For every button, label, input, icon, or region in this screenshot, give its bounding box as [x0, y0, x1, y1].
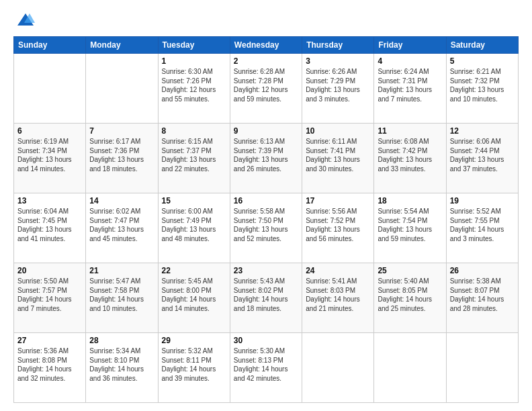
- day-number: 29: [162, 336, 226, 345]
- calendar-cell: 29Sunrise: 5:32 AM Sunset: 8:11 PM Dayli…: [158, 333, 230, 403]
- day-info: Sunrise: 6:26 AM Sunset: 7:29 PM Dayligh…: [306, 67, 370, 103]
- day-number: 13: [17, 196, 82, 205]
- day-info: Sunrise: 5:40 AM Sunset: 8:05 PM Dayligh…: [378, 277, 442, 313]
- day-info: Sunrise: 5:58 AM Sunset: 7:50 PM Dayligh…: [234, 207, 298, 243]
- day-info: Sunrise: 5:41 AM Sunset: 8:03 PM Dayligh…: [306, 277, 370, 313]
- calendar-cell: 15Sunrise: 6:00 AM Sunset: 7:49 PM Dayli…: [158, 193, 230, 263]
- calendar-cell: 7Sunrise: 6:17 AM Sunset: 7:36 PM Daylig…: [86, 124, 158, 193]
- day-info: Sunrise: 6:24 AM Sunset: 7:31 PM Dayligh…: [378, 67, 442, 103]
- calendar-cell: 8Sunrise: 6:15 AM Sunset: 7:37 PM Daylig…: [158, 124, 230, 193]
- weekday-header-saturday: Saturday: [446, 37, 518, 54]
- calendar-cell: 17Sunrise: 5:56 AM Sunset: 7:52 PM Dayli…: [302, 193, 374, 263]
- calendar-cell: 11Sunrise: 6:08 AM Sunset: 7:42 PM Dayli…: [374, 124, 446, 193]
- calendar-cell: 3Sunrise: 6:26 AM Sunset: 7:29 PM Daylig…: [302, 54, 374, 124]
- day-number: 10: [306, 126, 370, 136]
- calendar-cell: 27Sunrise: 5:36 AM Sunset: 8:08 PM Dayli…: [14, 333, 86, 403]
- day-info: Sunrise: 5:43 AM Sunset: 8:02 PM Dayligh…: [234, 277, 298, 313]
- weekday-header-thursday: Thursday: [302, 37, 374, 54]
- calendar-cell: 9Sunrise: 6:13 AM Sunset: 7:39 PM Daylig…: [230, 124, 302, 193]
- calendar-week-row: 20Sunrise: 5:50 AM Sunset: 7:57 PM Dayli…: [14, 263, 519, 333]
- day-info: Sunrise: 6:17 AM Sunset: 7:36 PM Dayligh…: [89, 137, 154, 173]
- calendar-table: SundayMondayTuesdayWednesdayThursdayFrid…: [13, 36, 519, 403]
- calendar-cell: [86, 54, 158, 124]
- weekday-header-sunday: Sunday: [14, 37, 86, 54]
- day-number: 1: [162, 56, 226, 66]
- day-number: 9: [234, 126, 298, 136]
- calendar-cell: 19Sunrise: 5:52 AM Sunset: 7:55 PM Dayli…: [446, 193, 518, 263]
- day-info: Sunrise: 6:08 AM Sunset: 7:42 PM Dayligh…: [378, 137, 442, 173]
- day-number: 16: [234, 196, 298, 205]
- day-info: Sunrise: 5:30 AM Sunset: 8:13 PM Dayligh…: [234, 347, 298, 383]
- calendar-cell: 25Sunrise: 5:40 AM Sunset: 8:05 PM Dayli…: [374, 263, 446, 333]
- calendar-week-row: 1Sunrise: 6:30 AM Sunset: 7:26 PM Daylig…: [14, 54, 519, 124]
- day-info: Sunrise: 5:34 AM Sunset: 8:10 PM Dayligh…: [89, 347, 154, 383]
- day-info: Sunrise: 6:13 AM Sunset: 7:39 PM Dayligh…: [234, 137, 298, 173]
- day-info: Sunrise: 5:47 AM Sunset: 7:58 PM Dayligh…: [89, 277, 154, 313]
- calendar-cell: 16Sunrise: 5:58 AM Sunset: 7:50 PM Dayli…: [230, 193, 302, 263]
- day-number: 3: [306, 56, 370, 66]
- day-number: 17: [306, 196, 370, 205]
- calendar-cell: 20Sunrise: 5:50 AM Sunset: 7:57 PM Dayli…: [14, 263, 86, 333]
- calendar-cell: 30Sunrise: 5:30 AM Sunset: 8:13 PM Dayli…: [230, 333, 302, 403]
- day-number: 18: [378, 196, 442, 205]
- calendar-cell: 14Sunrise: 6:02 AM Sunset: 7:47 PM Dayli…: [86, 193, 158, 263]
- day-info: Sunrise: 5:52 AM Sunset: 7:55 PM Dayligh…: [450, 207, 515, 243]
- day-number: 6: [17, 126, 82, 136]
- calendar-cell: 22Sunrise: 5:45 AM Sunset: 8:00 PM Dayli…: [158, 263, 230, 333]
- calendar-cell: 21Sunrise: 5:47 AM Sunset: 7:58 PM Dayli…: [86, 263, 158, 333]
- weekday-header-row: SundayMondayTuesdayWednesdayThursdayFrid…: [14, 37, 519, 54]
- day-number: 27: [17, 336, 82, 345]
- day-number: 5: [450, 56, 515, 66]
- calendar-cell: 23Sunrise: 5:43 AM Sunset: 8:02 PM Dayli…: [230, 263, 302, 333]
- calendar-cell: 6Sunrise: 6:19 AM Sunset: 7:34 PM Daylig…: [14, 124, 86, 193]
- day-number: 25: [378, 266, 442, 275]
- day-info: Sunrise: 6:11 AM Sunset: 7:41 PM Dayligh…: [306, 137, 370, 173]
- calendar-cell: 12Sunrise: 6:06 AM Sunset: 7:44 PM Dayli…: [446, 124, 518, 193]
- day-number: 2: [234, 56, 298, 66]
- day-info: Sunrise: 6:04 AM Sunset: 7:45 PM Dayligh…: [17, 207, 82, 243]
- day-info: Sunrise: 5:32 AM Sunset: 8:11 PM Dayligh…: [162, 347, 226, 383]
- calendar-cell: 28Sunrise: 5:34 AM Sunset: 8:10 PM Dayli…: [86, 333, 158, 403]
- day-info: Sunrise: 6:00 AM Sunset: 7:49 PM Dayligh…: [162, 207, 226, 243]
- day-info: Sunrise: 5:38 AM Sunset: 8:07 PM Dayligh…: [450, 277, 515, 313]
- weekday-header-wednesday: Wednesday: [230, 37, 302, 54]
- day-number: 24: [306, 266, 370, 275]
- day-info: Sunrise: 6:21 AM Sunset: 7:32 PM Dayligh…: [450, 67, 515, 103]
- logo: [13, 11, 35, 30]
- calendar-cell: 24Sunrise: 5:41 AM Sunset: 8:03 PM Dayli…: [302, 263, 374, 333]
- day-info: Sunrise: 5:50 AM Sunset: 7:57 PM Dayligh…: [17, 277, 82, 313]
- day-info: Sunrise: 5:36 AM Sunset: 8:08 PM Dayligh…: [17, 347, 82, 383]
- calendar-cell: 1Sunrise: 6:30 AM Sunset: 7:26 PM Daylig…: [158, 54, 230, 124]
- calendar-week-row: 13Sunrise: 6:04 AM Sunset: 7:45 PM Dayli…: [14, 193, 519, 263]
- weekday-header-monday: Monday: [86, 37, 158, 54]
- day-number: 30: [234, 336, 298, 345]
- calendar-cell: [302, 333, 374, 403]
- day-number: 22: [162, 266, 226, 275]
- calendar-cell: 10Sunrise: 6:11 AM Sunset: 7:41 PM Dayli…: [302, 124, 374, 193]
- weekday-header-tuesday: Tuesday: [158, 37, 230, 54]
- day-number: 20: [17, 266, 82, 275]
- day-number: 26: [450, 266, 515, 275]
- day-number: 21: [89, 266, 154, 275]
- page: SundayMondayTuesdayWednesdayThursdayFrid…: [0, 0, 532, 411]
- calendar-week-row: 27Sunrise: 5:36 AM Sunset: 8:08 PM Dayli…: [14, 333, 519, 403]
- day-number: 4: [378, 56, 442, 66]
- day-number: 14: [89, 196, 154, 205]
- day-number: 23: [234, 266, 298, 275]
- day-info: Sunrise: 5:56 AM Sunset: 7:52 PM Dayligh…: [306, 207, 370, 243]
- calendar-cell: 5Sunrise: 6:21 AM Sunset: 7:32 PM Daylig…: [446, 54, 518, 124]
- day-info: Sunrise: 6:02 AM Sunset: 7:47 PM Dayligh…: [89, 207, 154, 243]
- calendar-cell: 4Sunrise: 6:24 AM Sunset: 7:31 PM Daylig…: [374, 54, 446, 124]
- weekday-header-friday: Friday: [374, 37, 446, 54]
- day-number: 11: [378, 126, 442, 136]
- day-info: Sunrise: 6:30 AM Sunset: 7:26 PM Dayligh…: [162, 67, 226, 103]
- calendar-cell: 13Sunrise: 6:04 AM Sunset: 7:45 PM Dayli…: [14, 193, 86, 263]
- day-info: Sunrise: 6:15 AM Sunset: 7:37 PM Dayligh…: [162, 137, 226, 173]
- day-number: 28: [89, 336, 154, 345]
- day-number: 7: [89, 126, 154, 136]
- day-info: Sunrise: 6:28 AM Sunset: 7:28 PM Dayligh…: [234, 67, 298, 103]
- day-info: Sunrise: 6:19 AM Sunset: 7:34 PM Dayligh…: [17, 137, 82, 173]
- calendar-cell: 18Sunrise: 5:54 AM Sunset: 7:54 PM Dayli…: [374, 193, 446, 263]
- logo-icon: [16, 11, 35, 30]
- calendar-cell: [14, 54, 86, 124]
